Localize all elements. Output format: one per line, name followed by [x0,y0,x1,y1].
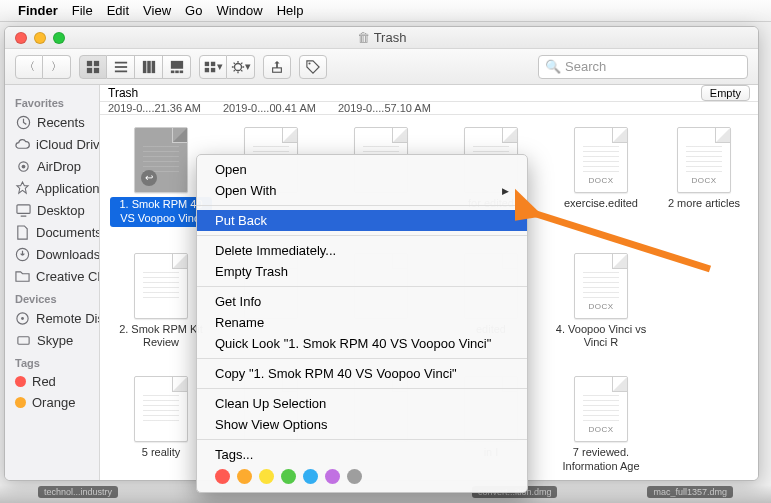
tag-color-red[interactable] [215,469,230,484]
menu-quick-look[interactable]: Quick Look "1. Smok RPM 40 VS Voopoo Vin… [197,333,527,354]
tag-color-yellow[interactable] [259,469,274,484]
svg-rect-19 [273,67,282,71]
sidebar-item-downloads[interactable]: Downloads [5,243,99,265]
dock-item[interactable]: mac_full1357.dmg [647,486,733,498]
desktop-icon [15,202,31,218]
arrange-buttons: ▾ ▾ [199,55,255,79]
menu-view-options[interactable]: Show View Options [197,414,527,435]
tag-color-orange[interactable] [237,469,252,484]
svg-rect-6 [114,70,126,72]
group-button[interactable]: ▾ [199,55,227,79]
sidebar-item-airdrop[interactable]: AirDrop [5,155,99,177]
sidebar-item-remote-disc[interactable]: Remote Disc [5,307,99,329]
titlebar[interactable]: 🗑Trash [5,27,758,49]
col-header[interactable]: 2019-0....57.10 AM [338,102,431,114]
svg-rect-8 [147,60,151,72]
svg-rect-11 [170,70,174,73]
svg-rect-3 [94,67,99,72]
document-icon: ↩ [134,127,188,193]
file-item[interactable]: DOCX4. Voopoo Vinci vs Vinci R [546,249,656,355]
svg-rect-16 [205,67,209,71]
tag-color-blue[interactable] [303,469,318,484]
svg-rect-2 [87,67,92,72]
svg-rect-14 [205,61,209,65]
list-view-button[interactable] [107,55,135,79]
app-icon [15,180,30,196]
svg-point-20 [308,62,310,64]
file-item[interactable]: DOCX7 reviewed. Information Age [546,372,656,478]
tag-color-green[interactable] [281,469,296,484]
action-button[interactable]: ▾ [227,55,255,79]
menu-clean-up[interactable]: Clean Up Selection [197,393,527,414]
file-label: 2 more articles [668,197,740,211]
menubar: Finder File Edit View Go Window Help [0,0,771,22]
menu-open[interactable]: Open [197,159,527,180]
file-label: 5 reality [142,446,181,460]
menu-view[interactable]: View [143,3,171,18]
sidebar-item-icloud[interactable]: iCloud Drive [5,133,99,155]
sidebar-heading-devices: Devices [5,287,99,307]
menu-rename[interactable]: Rename [197,312,527,333]
menu-tags[interactable]: Tags... [197,444,527,465]
menu-copy[interactable]: Copy "1. Smok RPM 40 VS Voopoo Vinci" [197,363,527,384]
menu-file[interactable]: File [72,3,93,18]
file-item[interactable]: DOCX2 more articles [656,123,752,231]
forward-button[interactable]: 〉 [43,55,71,79]
file-label: 4. Voopoo Vinci vs Vinci R [550,323,652,351]
svg-rect-24 [16,204,29,212]
empty-trash-button[interactable]: Empty [701,85,750,101]
sidebar-item-skype[interactable]: Skype [5,329,99,351]
dock-item[interactable]: technol...industry [38,486,118,498]
svg-rect-4 [114,61,126,63]
svg-rect-0 [87,60,92,65]
menu-go[interactable]: Go [185,3,202,18]
col-header[interactable]: 2019-0....00.41 AM [223,102,316,114]
column-view-button[interactable] [135,55,163,79]
menu-window[interactable]: Window [216,3,262,18]
tag-color-gray[interactable] [347,469,362,484]
nav-buttons: 〈 〉 [15,55,71,79]
icon-view-button[interactable] [79,55,107,79]
document-icon: DOCX [574,253,628,319]
back-button[interactable]: 〈 [15,55,43,79]
sidebar-heading-favorites: Favorites [5,91,99,111]
menu-empty-trash[interactable]: Empty Trash [197,261,527,282]
sidebar-heading-tags: Tags [5,351,99,371]
pathbar: Trash Empty [100,85,758,102]
file-label: exercise.edited [564,197,638,211]
sidebar-item-applications[interactable]: Applications [5,177,99,199]
sidebar-item-documents[interactable]: Documents [5,221,99,243]
gallery-view-button[interactable] [163,55,191,79]
sidebar-item-desktop[interactable]: Desktop [5,199,99,221]
window-title: 🗑Trash [5,30,758,45]
trash-icon: 🗑 [357,30,370,45]
menu-get-info[interactable]: Get Info [197,291,527,312]
menu-delete-immediately[interactable]: Delete Immediately... [197,240,527,261]
svg-rect-7 [142,60,146,72]
col-header[interactable]: 2019-0....21.36 AM [108,102,201,114]
menu-tag-colors [197,465,527,488]
menu-open-with[interactable]: Open With [197,180,527,201]
document-icon [134,253,188,319]
sidebar-item-recents[interactable]: Recents [5,111,99,133]
sidebar-item-creative[interactable]: Creative Cl... [5,265,99,287]
sidebar-tag-orange[interactable]: Orange [5,392,99,413]
search-input[interactable]: 🔍 Search [538,55,748,79]
search-icon: 🔍 [545,59,561,74]
tag-color-purple[interactable] [325,469,340,484]
share-button[interactable] [263,55,291,79]
menu-edit[interactable]: Edit [107,3,129,18]
airdrop-icon [15,158,31,174]
location-label: Trash [108,86,138,100]
menubar-app[interactable]: Finder [18,3,58,18]
sidebar-tag-red[interactable]: Red [5,371,99,392]
menu-put-back[interactable]: Put Back [197,210,527,231]
file-item[interactable]: DOCXexercise.edited [546,123,656,231]
view-buttons [79,55,191,79]
svg-rect-15 [211,61,215,65]
menu-help[interactable]: Help [277,3,304,18]
column-headers: 2019-0....21.36 AM 2019-0....00.41 AM 20… [100,102,758,115]
svg-rect-13 [179,70,183,73]
tags-button[interactable] [299,55,327,79]
document-icon: DOCX [574,376,628,442]
